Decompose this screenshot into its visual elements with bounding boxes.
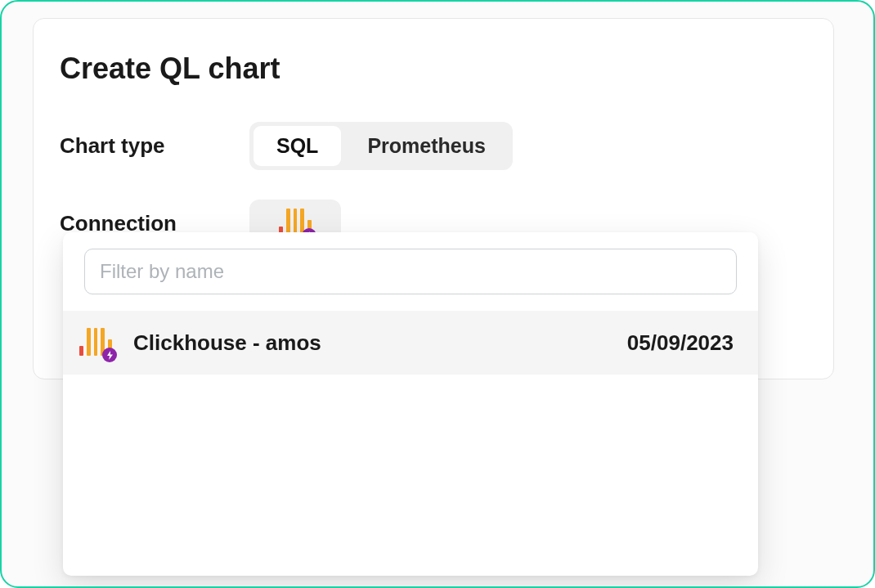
chart-type-row: Chart type SQL Prometheus [60, 122, 833, 170]
chart-type-option-prometheus[interactable]: Prometheus [344, 126, 508, 166]
dialog-title: Create QL chart [60, 52, 833, 86]
chart-type-segmented: SQL Prometheus [249, 122, 513, 170]
connection-option[interactable]: Clickhouse - amos 05/09/2023 [63, 311, 758, 375]
connection-dropdown: Clickhouse - amos 05/09/2023 [63, 232, 758, 576]
chart-type-label: Chart type [60, 133, 249, 159]
lightning-badge-icon [102, 348, 117, 362]
connection-option-date: 05/09/2023 [627, 330, 734, 356]
filter-by-name-input[interactable] [84, 249, 737, 294]
connection-option-label: Clickhouse - amos [133, 330, 627, 356]
app-frame: Create QL chart Chart type SQL Prometheu… [0, 0, 875, 588]
clickhouse-icon [79, 328, 112, 357]
chart-type-option-sql[interactable]: SQL [254, 126, 341, 166]
filter-wrap [63, 249, 758, 306]
